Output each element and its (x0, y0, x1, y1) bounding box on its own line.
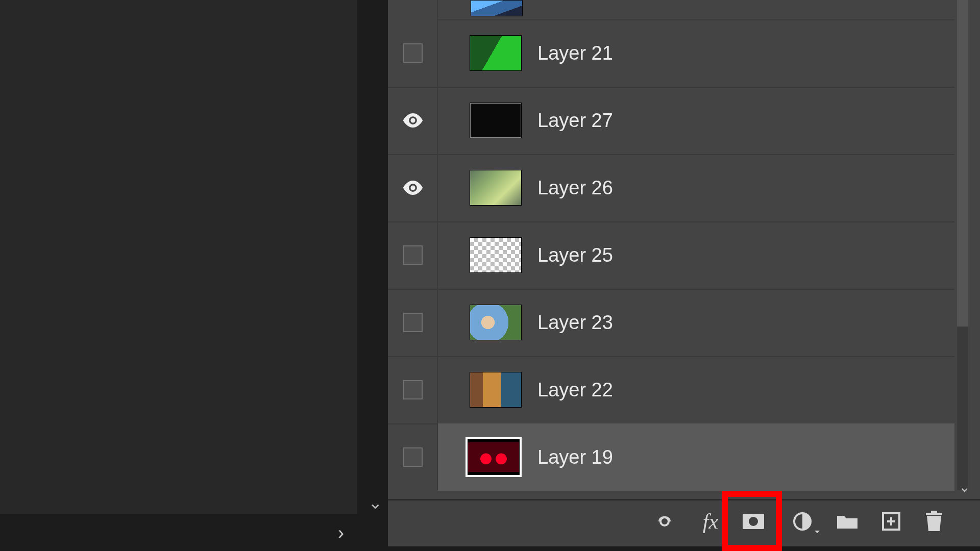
layer-style-button[interactable]: fx (696, 509, 725, 534)
layer-thumbnail[interactable] (470, 237, 522, 273)
fx-icon: fx (703, 509, 718, 534)
divider (0, 514, 359, 516)
adjustment-layer-button[interactable] (788, 509, 817, 534)
layer-name[interactable]: Layer 27 (537, 110, 613, 132)
svg-point-0 (410, 118, 415, 122)
layer-name[interactable]: Layer 19 (537, 446, 613, 468)
eye-off-icon (403, 380, 423, 399)
layer-name[interactable]: Layer 23 (537, 312, 613, 334)
divider (357, 0, 359, 515)
visibility-toggle[interactable] (400, 110, 426, 131)
layer-thumbnail[interactable] (470, 372, 522, 408)
trash-icon (925, 511, 943, 532)
visibility-toggle[interactable] (400, 245, 426, 265)
layer-row[interactable]: Layer 22 (388, 356, 954, 424)
eye-off-icon (403, 313, 423, 332)
layer-row[interactable]: Layer 23 (388, 289, 954, 357)
add-layer-mask-button[interactable] (739, 509, 768, 534)
scrollbar[interactable] (957, 0, 968, 490)
visibility-toggle[interactable] (400, 312, 426, 333)
layer-name[interactable]: Layer 21 (537, 42, 613, 64)
visibility-toggle[interactable] (400, 178, 426, 198)
folder-icon (836, 513, 859, 530)
layer-row[interactable]: Layer 27 (388, 87, 954, 155)
new-group-button[interactable] (833, 509, 862, 534)
chevron-down-icon[interactable]: ⌄ (365, 492, 385, 513)
layer-row[interactable]: Layer 21 (388, 19, 954, 88)
layer-thumbnail[interactable] (470, 170, 522, 206)
svg-point-1 (410, 185, 415, 190)
svg-point-3 (749, 517, 758, 526)
layer-name[interactable]: Layer 22 (537, 379, 613, 401)
layer-row[interactable]: Layer 25 (388, 221, 954, 290)
layer-thumbnail[interactable] (471, 0, 523, 16)
visibility-toggle[interactable] (400, 447, 426, 467)
layer-thumbnail[interactable] (470, 103, 522, 138)
visibility-toggle[interactable] (400, 43, 426, 63)
visibility-toggle[interactable] (400, 380, 426, 400)
eye-off-icon (403, 43, 423, 63)
layer-row[interactable] (438, 0, 954, 20)
adjustment-icon (792, 511, 813, 532)
layer-row[interactable]: Layer 26 (388, 154, 954, 222)
chevron-down-icon[interactable]: ⌄ (959, 479, 970, 495)
layer-thumbnail[interactable] (468, 439, 520, 475)
eye-icon (402, 113, 424, 128)
plus-square-icon (881, 511, 901, 532)
eye-icon (402, 180, 424, 195)
layer-thumbnail[interactable] (470, 35, 522, 71)
mask-icon (741, 512, 766, 531)
layer-name[interactable]: Layer 26 (537, 177, 613, 199)
layer-row-selected[interactable]: Layer 19 (438, 423, 954, 491)
new-layer-button[interactable] (877, 509, 905, 534)
chevron-right-icon[interactable]: › (331, 523, 351, 543)
eye-off-icon (403, 447, 423, 467)
eye-off-icon (403, 245, 423, 265)
link-icon (652, 514, 677, 529)
canvas-area[interactable] (0, 0, 357, 515)
link-layers-button[interactable] (650, 509, 679, 534)
layer-name[interactable]: Layer 25 (537, 244, 613, 266)
delete-layer-button[interactable] (920, 509, 948, 534)
layer-thumbnail[interactable] (470, 305, 522, 340)
scrollbar-thumb[interactable] (957, 0, 968, 327)
